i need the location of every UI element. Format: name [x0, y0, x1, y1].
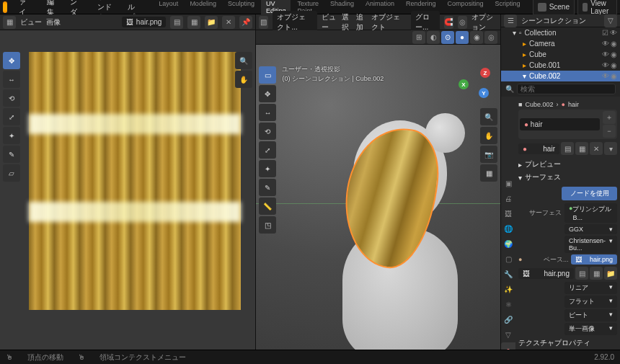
disable-toggle[interactable]: ◉	[611, 72, 617, 80]
hide-toggle[interactable]: 👁	[602, 61, 609, 69]
overlay-toggle-icon[interactable]: ⊞	[412, 31, 425, 44]
vp-annotate-tool[interactable]: ✎	[259, 179, 276, 196]
vp-menu-view[interactable]: ビュー	[322, 12, 337, 32]
rotate-tool[interactable]: ⟲	[3, 89, 20, 107]
vp-measure-tool[interactable]: 📏	[259, 197, 276, 215]
cb-select[interactable]: Christensen-Bu...▾	[564, 236, 617, 253]
uv-menu-view[interactable]: ビュー	[20, 17, 42, 27]
outliner-item-cube002[interactable]: ▾ Cube.002 👁◉	[501, 71, 620, 81]
vp-camera-icon[interactable]: 📷	[480, 146, 497, 163]
pan-icon[interactable]: ✋	[235, 71, 252, 88]
visibility-toggle[interactable]: 👁	[610, 29, 617, 37]
tex-browse-icon[interactable]: ▤	[575, 267, 588, 280]
proportional-icon[interactable]: ◎	[458, 16, 467, 29]
uv-menu-image[interactable]: 画像	[46, 17, 61, 27]
tab-constraint-icon[interactable]: 🔗	[501, 312, 515, 327]
tab-render-icon[interactable]: ▣	[501, 176, 515, 190]
outliner-item-cube[interactable]: ▸ Cube 👁◉	[501, 49, 620, 60]
outliner-item-cube001[interactable]: ▸ Cube.001 👁◉	[501, 60, 620, 71]
viewport-canvas[interactable]: ユーザー・透視投影 (0) シーンコレクション | Cube.002 ▭ ✥ ↔…	[256, 45, 500, 350]
disable-toggle[interactable]: ◉	[611, 40, 617, 48]
linked-dot-icon[interactable]: ●	[518, 256, 522, 263]
tab-modifier-icon[interactable]: 🔧	[501, 267, 515, 281]
cursor-3d-tool[interactable]: ✥	[259, 85, 276, 102]
tab-particle-icon[interactable]: ✨	[501, 282, 515, 296]
shade-matprev-icon[interactable]: ◉	[470, 31, 483, 44]
tex-file-field[interactable]: 🖼hair.png	[518, 268, 574, 279]
ggx-select[interactable]: GGX▾	[564, 224, 617, 234]
tab-world-icon[interactable]: 🌍	[501, 236, 515, 251]
editor-type-icon[interactable]: ▦	[3, 16, 16, 29]
vp-transform-tool[interactable]: ✦	[259, 160, 276, 177]
interp-select[interactable]: リニア▾	[564, 282, 617, 294]
select-box-tool[interactable]: ▭	[259, 66, 276, 84]
disable-toggle[interactable]: ◉	[611, 50, 617, 58]
outliner-item-camera[interactable]: ▸ Camera 👁◉	[501, 38, 620, 49]
image-selector[interactable]: 🖼 hair.png	[122, 17, 167, 27]
browse-image-icon[interactable]: ▤	[170, 16, 183, 29]
vp-menu-object[interactable]: オブジェクト	[371, 12, 402, 32]
cursor-tool[interactable]: ✥	[3, 52, 20, 69]
preview-header[interactable]: ▸ プレビュー	[518, 158, 617, 171]
tex-open-icon[interactable]: 📁	[604, 267, 617, 280]
xray-icon[interactable]: ◐	[427, 31, 440, 44]
unlink-image-icon[interactable]: ✕	[222, 16, 235, 29]
tab-scene-icon[interactable]: 🌐	[501, 221, 515, 236]
vp-options[interactable]: オプション	[471, 12, 497, 32]
measure-tool[interactable]: ▱	[3, 164, 20, 182]
outliner-search-input[interactable]	[517, 84, 616, 94]
pin-icon[interactable]: 📌	[239, 16, 252, 29]
disable-toggle[interactable]: ◉	[611, 61, 617, 69]
vp-pan-icon[interactable]: ✋	[480, 127, 497, 144]
vp-rotate-tool[interactable]: ⟲	[259, 123, 276, 140]
browse-mat-icon[interactable]: ▤	[561, 142, 574, 155]
new-image-icon[interactable]: ▦	[187, 16, 200, 29]
vp-menu-add[interactable]: 追加	[356, 12, 366, 32]
source-select[interactable]: 単一画像▾	[564, 323, 617, 335]
tab-data-icon[interactable]: ▽	[501, 327, 515, 342]
transform-tool[interactable]: ✦	[3, 127, 20, 144]
shade-wire-icon[interactable]: ⊙	[441, 31, 454, 44]
vp-scale-tool[interactable]: ⤢	[259, 141, 276, 159]
snap-icon[interactable]: 🧲	[444, 16, 453, 29]
material-slot[interactable]: ● hair	[520, 118, 600, 130]
vp-persp-icon[interactable]: ▦	[480, 164, 497, 182]
mat-menu-icon[interactable]: ▾	[604, 142, 617, 155]
unlink-mat-icon[interactable]: ✕	[590, 142, 603, 155]
extension-select[interactable]: ピート▾	[564, 309, 617, 321]
projection-select[interactable]: フラット▾	[564, 296, 617, 308]
tex-new-icon[interactable]: ▦	[590, 267, 603, 280]
add-cube-tool[interactable]: ◳	[259, 216, 276, 234]
nav-gizmo[interactable]: Z X Y	[457, 66, 493, 102]
surface-header[interactable]: ▾ サーフェス	[518, 171, 617, 184]
move-tool[interactable]: ↔	[3, 71, 20, 88]
vp-editor-type-icon[interactable]: ▧	[259, 16, 268, 29]
filter-icon[interactable]: ▽	[604, 14, 617, 27]
collection-row[interactable]: ▾ ▫Collection ☑👁	[501, 27, 620, 38]
tab-output-icon[interactable]: 🖨	[501, 191, 515, 205]
texprops-header[interactable]: テクスチャプロパティ	[518, 337, 617, 350]
vp-zoom-icon[interactable]: 🔍	[480, 108, 497, 125]
add-slot-button[interactable]: ＋	[603, 111, 616, 124]
vp-menu-select[interactable]: 選択	[342, 12, 352, 32]
material-name-field[interactable]: ● hair	[518, 143, 559, 154]
remove-slot-button[interactable]: －	[603, 125, 616, 138]
axis-x-icon[interactable]: X	[459, 79, 469, 89]
axis-y-icon[interactable]: Y	[479, 88, 489, 98]
scale-tool[interactable]: ⤢	[3, 108, 20, 125]
zoom-icon[interactable]: 🔍	[235, 52, 252, 69]
vp-move-tool[interactable]: ↔	[259, 104, 276, 121]
tab-material-icon[interactable]: ●	[501, 342, 515, 350]
tab-viewlayer-icon[interactable]: 🖼	[501, 206, 515, 221]
annotate-tool[interactable]: ✎	[3, 146, 20, 163]
new-mat-icon[interactable]: ▦	[575, 142, 588, 155]
axis-z-icon[interactable]: Z	[480, 68, 490, 78]
tab-physics-icon[interactable]: ⚛	[501, 297, 515, 311]
open-image-icon[interactable]: 📁	[205, 16, 218, 29]
outliner-type-icon[interactable]: ☰	[504, 14, 517, 27]
shader-select[interactable]: ●プリンシプルB...	[564, 203, 617, 223]
tab-object-icon[interactable]: ▢	[501, 252, 515, 266]
shade-render-icon[interactable]: ◎	[484, 31, 497, 44]
basecolor-tex[interactable]: 🖼hair.png	[571, 254, 617, 265]
hide-toggle[interactable]: 👁	[602, 40, 609, 48]
